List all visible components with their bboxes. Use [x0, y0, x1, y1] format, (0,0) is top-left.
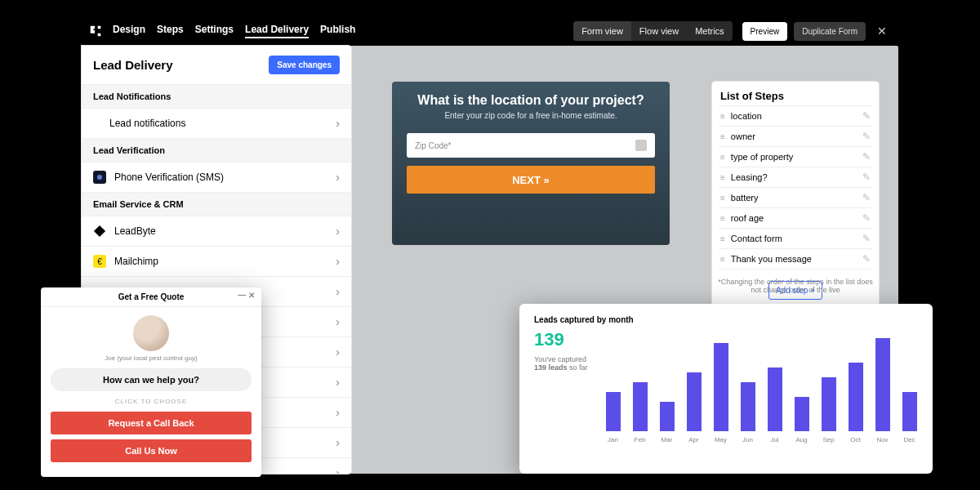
mailchimp-icon: €: [93, 255, 106, 268]
row-leadbyte[interactable]: LeadByte ›: [82, 216, 351, 246]
chevron-right-icon: ›: [336, 255, 340, 268]
chevron-right-icon: ›: [336, 171, 340, 184]
edit-icon[interactable]: ✎: [862, 172, 871, 183]
chat-person: Joe (your local pest control guy): [41, 354, 261, 362]
drag-handle-icon[interactable]: ≡: [720, 234, 724, 243]
month-label: Apr: [688, 436, 698, 443]
edit-icon[interactable]: ✎: [862, 233, 871, 244]
edit-icon[interactable]: ✎: [862, 151, 871, 163]
edit-icon[interactable]: ✎: [862, 110, 871, 122]
leadbyte-icon: [93, 225, 106, 238]
chevron-right-icon: ›: [336, 406, 340, 419]
step-label: location: [731, 111, 762, 121]
step-label: owner: [731, 131, 755, 141]
leads-total: 139: [534, 329, 604, 350]
view-metrics[interactable]: Metrics: [687, 21, 732, 41]
drag-handle-icon[interactable]: ≡: [720, 255, 724, 264]
step-row[interactable]: ≡Thank you message✎: [719, 248, 872, 269]
keypad-icon: [635, 140, 647, 151]
step-row[interactable]: ≡location✎: [719, 105, 872, 126]
row-mailchimp[interactable]: € Mailchimp ›: [82, 246, 351, 276]
month-label: Oct: [850, 436, 860, 443]
steps-note: *Changing the order of the steps in the …: [712, 278, 879, 294]
bar: [822, 377, 836, 431]
month-label: Nov: [876, 436, 888, 443]
chevron-right-icon: ›: [336, 225, 340, 238]
bar-column: Mar: [658, 402, 675, 443]
avatar: [133, 315, 169, 351]
row-label: Lead notifications: [109, 118, 185, 129]
step-label: Leasing?: [731, 172, 768, 182]
tab-design[interactable]: Design: [113, 24, 145, 38]
bar-column: Jun: [739, 382, 756, 443]
minimize-icon[interactable]: —: [238, 291, 246, 300]
bar: [606, 392, 621, 431]
step-row[interactable]: ≡Contact form✎: [719, 228, 872, 248]
drag-handle-icon[interactable]: ≡: [720, 173, 724, 182]
bar-column: Apr: [685, 372, 702, 443]
leads-caption: You've captured 139 leads so far: [534, 355, 604, 372]
tab-publish[interactable]: Publish: [320, 24, 355, 38]
form-heading: What is the location of your project?: [417, 93, 644, 108]
month-label: May: [715, 436, 727, 443]
bar-column: Sep: [820, 377, 837, 443]
tab-settings[interactable]: Settings: [195, 24, 234, 38]
tab-steps[interactable]: Steps: [157, 24, 184, 38]
top-bar: Design Steps Settings Lead Delivery Publ…: [82, 16, 898, 46]
drag-handle-icon[interactable]: ≡: [720, 132, 724, 141]
drag-handle-icon[interactable]: ≡: [720, 214, 724, 223]
drag-handle-icon[interactable]: ≡: [720, 112, 724, 121]
bar: [741, 382, 755, 431]
analytics-title: Leads captured by month: [534, 315, 918, 324]
step-label: roof age: [731, 213, 764, 223]
close-icon[interactable]: ✕: [872, 24, 892, 38]
row-phone-verification[interactable]: Phone Verification (SMS) ›: [82, 162, 351, 192]
month-label: Feb: [635, 436, 646, 443]
next-button[interactable]: NEXT »: [407, 166, 655, 194]
edit-icon[interactable]: ✎: [862, 131, 871, 142]
drag-handle-icon[interactable]: ≡: [720, 194, 724, 203]
form-preview: What is the location of your project? En…: [392, 82, 670, 245]
month-label: Jan: [608, 436, 618, 443]
step-row[interactable]: ≡battery✎: [719, 187, 872, 207]
drag-handle-icon[interactable]: ≡: [720, 153, 724, 162]
row-label: Mailchimp: [114, 256, 158, 267]
step-row[interactable]: ≡type of property✎: [719, 146, 872, 167]
call-now-button[interactable]: Call Us Now: [51, 439, 252, 462]
step-row[interactable]: ≡owner✎: [719, 126, 872, 146]
edit-icon[interactable]: ✎: [862, 253, 871, 265]
chat-widget: Get a Free Quote — ✕ Joe (your local pes…: [41, 287, 261, 477]
bar: [902, 392, 917, 431]
month-label: Mar: [662, 436, 673, 443]
request-callback-button[interactable]: Request a Call Back: [51, 412, 252, 434]
phone-verification-icon: [93, 171, 106, 184]
bar-column: Oct: [847, 363, 864, 443]
chat-question: How can we help you?: [51, 368, 252, 391]
chat-hint: CLICK TO CHOOSE: [41, 398, 261, 405]
app-logo-icon: [88, 24, 103, 38]
bar-column: Jul: [766, 368, 783, 443]
view-flow[interactable]: Flow view: [631, 21, 687, 41]
row-lead-notifications[interactable]: Lead notifications ›: [82, 108, 351, 138]
chevron-right-icon: ›: [336, 345, 340, 359]
edit-icon[interactable]: ✎: [862, 212, 871, 224]
step-label: battery: [731, 193, 759, 203]
bar-column: Dec: [901, 392, 918, 443]
preview-button[interactable]: Preview: [742, 22, 788, 41]
close-icon[interactable]: ✕: [248, 291, 255, 300]
edit-icon[interactable]: ✎: [862, 192, 871, 203]
step-row[interactable]: ≡Leasing?✎: [719, 167, 872, 187]
steps-title: List of Steps: [719, 90, 872, 102]
bar: [714, 343, 728, 431]
step-row[interactable]: ≡roof age✎: [719, 207, 872, 228]
save-button[interactable]: Save changes: [269, 56, 340, 74]
row-label: Phone Verification (SMS): [114, 172, 224, 183]
bar-column: Jan: [604, 392, 621, 443]
view-form[interactable]: Form view: [573, 21, 631, 41]
tab-lead-delivery[interactable]: Lead Delivery: [245, 24, 309, 38]
duplicate-button[interactable]: Duplicate Form: [794, 22, 866, 41]
bar: [633, 382, 648, 431]
month-label: Aug: [795, 436, 807, 443]
zip-input[interactable]: Zip Code*: [407, 133, 655, 158]
chat-title: Get a Free Quote: [118, 292, 185, 301]
